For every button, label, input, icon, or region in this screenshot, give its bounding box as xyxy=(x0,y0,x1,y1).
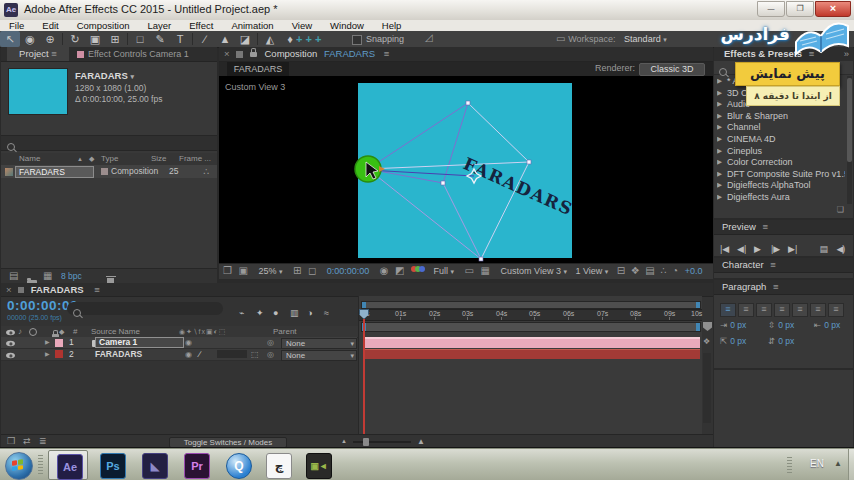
switch-cells[interactable] xyxy=(217,350,247,358)
expand-arrow-icon[interactable] xyxy=(717,135,727,143)
selection-tool-icon[interactable] xyxy=(0,31,20,47)
first-frame-button[interactable] xyxy=(720,244,737,254)
menu-layer[interactable]: Layer xyxy=(139,20,181,31)
expand-arrow-icon[interactable] xyxy=(717,147,727,155)
effects-panel-title[interactable]: Effects & Presets xyxy=(724,48,802,59)
shy-switch-icon[interactable]: ◉ xyxy=(185,348,192,361)
space-after-field[interactable]: 0 px xyxy=(768,336,794,346)
layer-bar-faradars[interactable] xyxy=(364,349,700,359)
effects-category[interactable]: Digieffects AlphaTool xyxy=(717,180,845,192)
layer-name-camera[interactable]: Camera 1 xyxy=(95,337,184,348)
quality-switch-icon[interactable]: ∕ xyxy=(199,349,200,360)
pan-behind-tool-icon[interactable] xyxy=(105,31,125,47)
space-before-field[interactable]: 0 px xyxy=(768,320,794,330)
expand-arrow-icon[interactable] xyxy=(717,123,727,131)
character-panel-title[interactable]: Character xyxy=(722,259,764,270)
draft-3d-icon[interactable] xyxy=(256,308,273,318)
show-channel-icon[interactable] xyxy=(411,266,427,275)
taskbar-quicktime[interactable]: Q xyxy=(218,450,258,480)
viewer-lock-icon[interactable] xyxy=(250,52,257,57)
region-of-interest-icon[interactable]: ▭ xyxy=(465,265,474,276)
close-panel-icon[interactable] xyxy=(224,48,230,59)
eye-icon[interactable] xyxy=(6,352,15,358)
layer-row-faradars[interactable]: ▶ 2 FARADARS ◉ ∕ ⬚ None xyxy=(1,349,357,361)
parent-dropdown[interactable]: None xyxy=(281,338,357,349)
preview-panel-title[interactable]: Preview xyxy=(722,221,756,232)
expand-arrow-icon[interactable]: ▶ xyxy=(45,337,50,348)
expand-arrow-icon[interactable] xyxy=(717,181,727,189)
project-bpc-button[interactable]: 8 bpc xyxy=(61,269,82,284)
transparency-grid-icon[interactable]: ▦ xyxy=(481,265,490,276)
pen-tool-icon[interactable] xyxy=(150,31,170,47)
time-ruler[interactable]: 0s 01s 02s 03s 04s 05s 06s 07s 08s 09s 1… xyxy=(359,309,702,321)
column-type[interactable]: Type xyxy=(101,153,118,165)
tab-project[interactable]: Project xyxy=(7,47,69,61)
resolution-select[interactable]: Full xyxy=(434,266,455,276)
new-composition-icon[interactable]: ▦ xyxy=(43,269,52,282)
stamp-tool-icon[interactable] xyxy=(215,31,235,47)
expand-arrow-icon[interactable]: ▶ xyxy=(45,349,50,360)
layer-name-faradars[interactable]: FARADARS xyxy=(95,349,142,360)
start-button[interactable] xyxy=(5,452,33,480)
column-frame[interactable]: Frame ... xyxy=(179,153,211,165)
interpret-footage-icon[interactable]: ▤ xyxy=(9,269,18,282)
show-snapshot-icon[interactable]: ◩ xyxy=(395,265,404,276)
expand-arrow-icon[interactable] xyxy=(717,112,727,120)
view-count-select[interactable]: 1 View xyxy=(575,266,608,276)
expand-arrow-icon[interactable] xyxy=(717,77,727,85)
source-name-column-label[interactable]: Source Name xyxy=(91,326,140,337)
current-time-indicator-line[interactable] xyxy=(363,319,365,435)
exposure-value[interactable]: +0.0 xyxy=(685,266,703,276)
effects-scrollbar[interactable] xyxy=(847,76,852,204)
snapshot-icon[interactable]: ◉ xyxy=(380,265,389,276)
layer-row-camera[interactable]: ▶ 1 Camera 1 ◉ None xyxy=(1,337,357,349)
solo-column-icon[interactable] xyxy=(29,328,37,336)
hide-shy-layers-icon[interactable] xyxy=(273,308,290,318)
menu-view[interactable]: View xyxy=(283,20,321,31)
flowchart-jump-icon[interactable]: ∴ xyxy=(660,265,666,276)
justify-last-left-button[interactable] xyxy=(774,303,790,317)
project-item-name[interactable]: FARADARS xyxy=(75,70,134,81)
previous-frame-button[interactable] xyxy=(737,244,754,254)
sync-settings-icon[interactable]: ▭ xyxy=(556,33,568,44)
taskbar-media-app[interactable]: ◣ xyxy=(134,450,174,480)
roto-brush-tool-icon[interactable] xyxy=(260,31,280,47)
grid-guides-icon[interactable]: ⊞ xyxy=(293,265,301,276)
close-button[interactable] xyxy=(815,1,851,17)
align-right-button[interactable] xyxy=(756,303,772,317)
next-frame-button[interactable] xyxy=(771,244,788,254)
layer-color-swatch[interactable] xyxy=(55,339,63,347)
snapping-toggle[interactable]: Snapping xyxy=(352,31,404,47)
paragraph-panel-title[interactable]: Paragraph xyxy=(722,281,766,292)
panel-menu-icon[interactable] xyxy=(762,221,768,232)
comp-canvas[interactable]: FARADARS xyxy=(219,76,713,263)
expand-arrow-icon[interactable] xyxy=(717,100,727,108)
expand-arrow-icon[interactable] xyxy=(717,170,727,178)
axis-mode-icons[interactable]: + + + xyxy=(296,31,321,47)
rectangle-tool-icon[interactable] xyxy=(130,31,150,47)
timeline-v-scrollbar[interactable] xyxy=(703,353,711,423)
project-search-field[interactable] xyxy=(1,135,217,151)
eye-icon[interactable] xyxy=(6,341,15,347)
work-area-bar[interactable] xyxy=(361,322,701,332)
3d-layer-switch-icon[interactable]: ⬚ xyxy=(251,348,259,361)
frame-blending-icon[interactable] xyxy=(290,308,307,318)
brush-tool-icon[interactable] xyxy=(195,31,215,47)
workspace-control[interactable]: ▭ Workspace: Standard xyxy=(556,31,667,48)
comp-tab-name[interactable]: FARADARS xyxy=(324,48,375,59)
effects-category[interactable]: CINEMA 4D xyxy=(717,134,845,146)
project-row-faradars[interactable]: FARADARS Composition 25 xyxy=(1,165,217,178)
taskbar-notes-app[interactable]: چ xyxy=(258,450,298,480)
parent-column-label[interactable]: Parent xyxy=(273,326,297,337)
indent-left-field[interactable]: 0 px xyxy=(720,320,746,330)
number-column-label[interactable]: # xyxy=(73,326,77,337)
panel-menu-icon[interactable] xyxy=(809,48,815,59)
hand-tool-icon[interactable] xyxy=(20,31,40,47)
taskbar-photoshop[interactable]: Ps xyxy=(92,450,132,480)
effects-category[interactable]: DFT Composite Suite Pro v1.5 xyxy=(717,169,845,181)
export-icon[interactable] xyxy=(819,244,836,254)
type-tool-icon[interactable] xyxy=(170,31,190,47)
play-button[interactable] xyxy=(754,244,771,254)
tab-effect-controls[interactable]: Effect Controls Camera 1 xyxy=(88,47,216,61)
menu-effect[interactable]: Effect xyxy=(180,20,222,31)
